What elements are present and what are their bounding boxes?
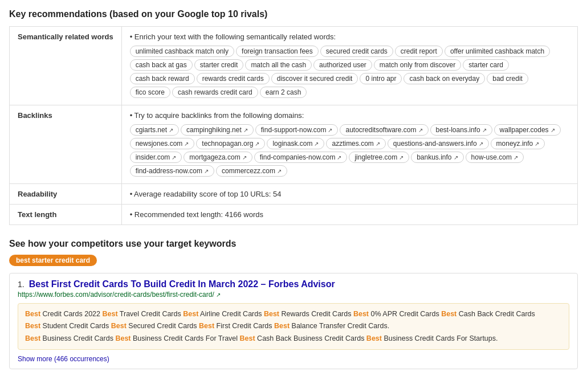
backlink-tag[interactable]: mortgageza.com↗ <box>184 152 252 163</box>
tags-container: unlimited cashback match onlyforeign tra… <box>130 44 569 99</box>
result-title-link[interactable]: Best First Credit Cards To Build Credit … <box>29 279 335 289</box>
row-content: • Enrich your text with the following se… <box>121 27 577 105</box>
tag: match only from discover <box>374 59 461 71</box>
external-link-icon: ↗ <box>337 154 341 161</box>
backlink-tag[interactable]: questions-and-answers.info↗ <box>388 138 489 149</box>
highlight-word: Best <box>115 334 131 342</box>
external-link-icon: ↗ <box>535 141 539 147</box>
tag: starter credit <box>194 59 244 71</box>
tag: offer unlimited cashback match <box>445 46 550 57</box>
external-link-icon: ↗ <box>513 154 518 161</box>
backlink-tag[interactable]: azztimes.com↗ <box>326 138 385 149</box>
highlight-word: Best <box>111 322 127 330</box>
competitors-title: See how your competitors use your target… <box>9 239 578 249</box>
snippet-line: Best Business Credit Cards Best Business… <box>25 333 562 345</box>
external-link-icon: ↗ <box>216 292 221 298</box>
backlink-tag[interactable]: insider.com↗ <box>130 152 182 163</box>
highlight-word: Best <box>183 310 198 318</box>
external-link-icon: ↗ <box>399 154 403 161</box>
backlink-tag[interactable]: bankus.info↗ <box>411 152 463 163</box>
backlink-tag[interactable]: jingletree.com↗ <box>349 152 409 163</box>
backlink-tag[interactable]: find-companies-now.com↗ <box>254 152 348 163</box>
tag: bad credit <box>487 73 528 84</box>
result-snippet: Best Credit Cards 2022 Best Travel Credi… <box>18 303 569 350</box>
info-text: • Average readability score of top 10 UR… <box>130 190 569 198</box>
external-link-icon: ↗ <box>242 154 247 161</box>
snippet-line: Best Credit Cards 2022 Best Travel Credi… <box>25 308 562 320</box>
tag: 0 intro apr <box>360 73 402 84</box>
highlight-word: Best <box>441 310 456 318</box>
highlight-word: Best <box>199 322 214 330</box>
row-label: Backlinks <box>10 105 122 184</box>
backlink-tag[interactable]: how-use.com↗ <box>466 152 524 163</box>
backlink-tag[interactable]: campinghiking.net↗ <box>181 124 254 136</box>
highlight-word: Best <box>264 310 279 318</box>
result-item: 1.Best First Credit Cards To Build Credi… <box>9 273 578 369</box>
highlight-word: Best <box>25 334 40 342</box>
tag: unlimited cashback match only <box>130 46 234 57</box>
backlink-tag[interactable]: wallpaper.codes↗ <box>494 124 561 136</box>
backlink-tag[interactable]: moneyz.info↗ <box>491 138 545 149</box>
tag: authorized user <box>313 59 372 71</box>
external-link-icon: ↗ <box>376 141 380 147</box>
backlink-tag[interactable]: loginask.com↗ <box>267 138 324 149</box>
tag: discover it secured credit <box>271 73 358 84</box>
tag: rewards credit cards <box>197 73 270 84</box>
external-link-icon: ↗ <box>328 127 332 133</box>
row-content: • Recommended text length: 4166 words <box>121 205 577 225</box>
tag: cash back reward <box>130 73 195 84</box>
tag: cash rewards credit card <box>172 87 258 98</box>
backlink-tag[interactable]: commercezz.com↗ <box>216 165 287 177</box>
result-title: Best First Credit Cards To Build Credit … <box>29 279 335 289</box>
tag: foreign transaction fees <box>236 46 319 57</box>
tag: credit report <box>395 46 443 57</box>
external-link-icon: ↗ <box>454 154 458 161</box>
tag: cash back at gas <box>130 59 193 71</box>
main-title: Key recommendations (based on your Googl… <box>9 9 578 19</box>
result-number: 1. <box>18 280 25 289</box>
show-more-link[interactable]: Show more (466 occurrences) <box>18 355 109 363</box>
row-label: Text length <box>10 205 122 225</box>
keyword-badge: best starter credit card <box>9 255 97 266</box>
row-label: Readability <box>10 184 122 205</box>
external-link-icon: ↗ <box>204 168 209 174</box>
result-header: 1.Best First Credit Cards To Build Credi… <box>18 279 569 289</box>
backlink-tag[interactable]: autocreditsoftware.com↗ <box>340 124 428 136</box>
highlight-word: Best <box>25 310 40 318</box>
highlight-word: Best <box>274 322 290 330</box>
tag: earn 2 cash <box>260 87 307 98</box>
tag: fico score <box>130 87 170 98</box>
backlink-tag[interactable]: best-loans.info↗ <box>430 124 492 136</box>
external-link-icon: ↗ <box>551 127 555 133</box>
backlink-tag[interactable]: technopagan.org↗ <box>196 138 265 149</box>
external-link-icon: ↗ <box>277 168 282 174</box>
backlinks-container: cgiarts.net↗campinghiking.net↗find-suppo… <box>130 123 569 178</box>
tag: cash back on everyday <box>403 73 485 84</box>
external-link-icon: ↗ <box>418 127 423 133</box>
backlink-tag[interactable]: newsjones.com↗ <box>130 138 195 149</box>
tag: match all the cash <box>245 59 312 71</box>
external-link-icon: ↗ <box>172 154 176 161</box>
external-link-icon: ↗ <box>314 141 319 147</box>
backlink-tag[interactable]: find-support-now.com↗ <box>255 124 339 136</box>
external-link-icon: ↗ <box>184 141 189 147</box>
intro-text: • Try to acquire backlinks from the foll… <box>130 111 569 120</box>
info-text: • Recommended text length: 4166 words <box>130 210 569 219</box>
tag: starter card <box>463 59 509 71</box>
tag: secured credit cards <box>320 46 393 57</box>
external-link-icon: ↗ <box>169 127 173 133</box>
external-link-icon: ↗ <box>482 127 487 133</box>
result-url: https://www.forbes.com/advisor/credit-ca… <box>18 291 569 299</box>
competitors-section: See how your competitors use your target… <box>9 239 578 369</box>
snippet-line: Best Student Credit Cards Best Secured C… <box>25 320 562 332</box>
row-label: Semantically related words <box>10 27 122 105</box>
external-link-icon: ↗ <box>255 141 259 147</box>
backlink-tag[interactable]: cgiarts.net↗ <box>130 124 179 136</box>
highlight-word: Best <box>25 322 40 330</box>
highlight-word: Best <box>240 334 255 342</box>
row-content: • Average readability score of top 10 UR… <box>121 184 577 205</box>
backlink-tag[interactable]: find-address-now.com↗ <box>130 165 214 177</box>
highlight-word: Best <box>102 310 117 318</box>
highlight-word: Best <box>353 310 369 318</box>
highlight-word: Best <box>366 334 382 342</box>
